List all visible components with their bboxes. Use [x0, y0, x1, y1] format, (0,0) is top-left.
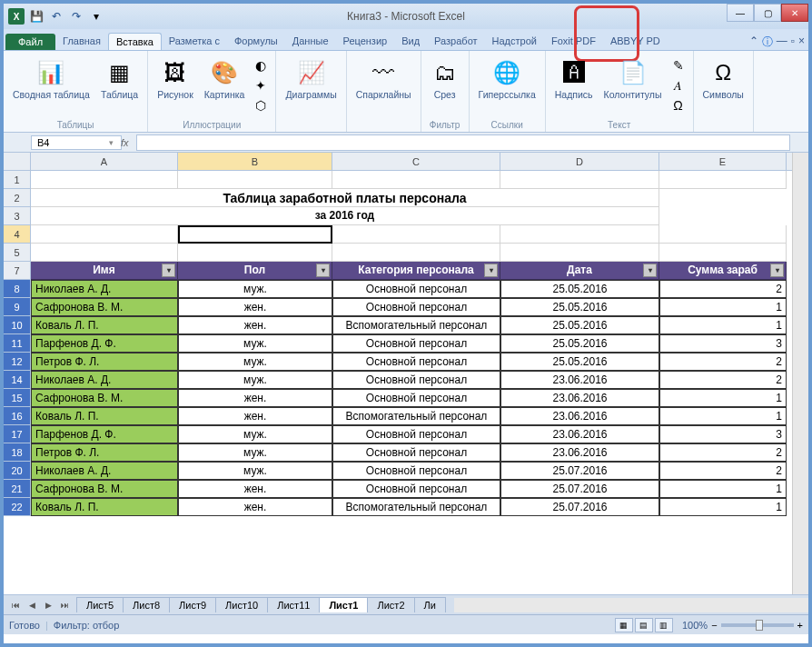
cell-date[interactable]: 23.06.2016	[500, 407, 659, 425]
cell-sex[interactable]: жен.	[178, 498, 332, 516]
fx-icon[interactable]: fx	[121, 137, 129, 148]
cell-date[interactable]: 23.06.2016	[500, 389, 659, 407]
tab-Рецензир[interactable]: Рецензир	[336, 33, 395, 50]
cell-name[interactable]: Николаев А. Д.	[31, 371, 178, 389]
zoom-label[interactable]: 100%	[682, 620, 708, 631]
col-header-E[interactable]: E	[659, 153, 787, 170]
cell-date[interactable]: 25.05.2016	[500, 316, 659, 334]
cell-cat[interactable]: Основной персонал	[332, 389, 500, 407]
cell-sum[interactable]: 1	[659, 316, 787, 334]
cell-sex[interactable]: муж.	[178, 371, 332, 389]
cell-date[interactable]: 25.07.2016	[500, 498, 659, 516]
tab-Вид[interactable]: Вид	[394, 33, 427, 50]
cell[interactable]	[31, 171, 178, 189]
cell-date[interactable]: 25.05.2016	[500, 298, 659, 316]
cell-date[interactable]: 23.06.2016	[500, 443, 659, 462]
cell[interactable]	[659, 244, 787, 262]
ribbon-small-btn[interactable]: ⬡	[252, 96, 270, 114]
cell-date[interactable]: 25.05.2016	[500, 353, 659, 371]
row-header-16[interactable]: 16	[4, 407, 31, 425]
doc-restore-icon[interactable]: ▫	[791, 35, 795, 50]
cell[interactable]	[500, 225, 659, 244]
sheet-tab-Лист1[interactable]: Лист1	[319, 597, 368, 612]
zoom-in-button[interactable]: +	[797, 620, 803, 631]
help-icon[interactable]: ⓘ	[762, 35, 773, 50]
maximize-button[interactable]: ▢	[754, 4, 781, 22]
cell-sum[interactable]: 2	[659, 353, 787, 371]
tab-Вставка[interactable]: Вставка	[108, 33, 162, 50]
undo-button[interactable]: ↶	[47, 7, 65, 25]
header-cell-0[interactable]: Имя▾	[31, 262, 178, 280]
cell[interactable]	[332, 244, 500, 262]
sheet-tab-Лист11[interactable]: Лист11	[267, 597, 320, 612]
ribbon-btn-Спарклайны[interactable]: 〰Спарклайны	[352, 56, 415, 102]
cell-cat[interactable]: Основной персонал	[332, 462, 500, 480]
close-button[interactable]: ✕	[781, 4, 808, 22]
header-cell-4[interactable]: Сумма зараб▾	[659, 262, 787, 280]
cell-sum[interactable]: 2	[659, 371, 787, 389]
cell[interactable]	[31, 244, 178, 262]
cell-sex[interactable]: муж.	[178, 462, 332, 480]
cell-sum[interactable]: 2	[659, 443, 787, 462]
sheet-tab-Лист8[interactable]: Лист8	[123, 597, 170, 612]
row-header-9[interactable]: 9	[4, 298, 31, 316]
vertical-scrollbar[interactable]	[792, 153, 808, 594]
ribbon-small-btn[interactable]: 𝐴	[669, 76, 688, 95]
cell-sex[interactable]: жен.	[178, 480, 332, 498]
cell-cat[interactable]: Основной персонал	[332, 425, 500, 443]
row-header-21[interactable]: 21	[4, 480, 31, 498]
cell-name[interactable]: Сафронова В. М.	[31, 389, 178, 407]
row-header-2[interactable]: 2	[4, 189, 31, 207]
cell-cat[interactable]: Основной персонал	[332, 443, 500, 462]
cell-name[interactable]: Петров Ф. Л.	[31, 443, 178, 462]
cell[interactable]	[332, 171, 500, 189]
zoom-slider[interactable]	[721, 623, 794, 627]
row-header-12[interactable]: 12	[4, 353, 31, 371]
col-header-A[interactable]: A	[31, 153, 178, 170]
name-box[interactable]: B4	[31, 135, 122, 150]
cell-name[interactable]: Сафронова В. М.	[31, 480, 178, 498]
tab-Разметка с[interactable]: Разметка с	[162, 33, 227, 50]
col-header-B[interactable]: B	[178, 153, 332, 170]
cell-sex[interactable]: жен.	[178, 407, 332, 425]
filter-dropdown-icon[interactable]: ▾	[643, 264, 657, 277]
doc-close-icon[interactable]: ×	[798, 35, 805, 50]
cell-date[interactable]: 25.07.2016	[500, 462, 659, 480]
row-header-20[interactable]: 20	[4, 462, 31, 480]
row-header-15[interactable]: 15	[4, 389, 31, 407]
ribbon-btn-Своднаятаблица[interactable]: 📊Сводная таблица	[9, 56, 94, 102]
cell-sex[interactable]: жен.	[178, 298, 332, 316]
tab-Foxit PDF[interactable]: Foxit PDF	[544, 33, 603, 50]
file-tab[interactable]: Файл	[5, 34, 55, 50]
horizontal-scrollbar[interactable]	[454, 598, 808, 612]
cell-name[interactable]: Петров Ф. Л.	[31, 353, 178, 371]
zoom-out-button[interactable]: −	[711, 620, 717, 631]
ribbon-small-btn[interactable]: ✦	[252, 76, 270, 95]
col-header-D[interactable]: D	[500, 153, 659, 170]
cell-sum[interactable]: 1	[659, 480, 787, 498]
header-cell-2[interactable]: Категория персонала▾	[332, 262, 500, 280]
cell-date[interactable]: 25.05.2016	[500, 280, 659, 298]
cell-sex[interactable]: муж.	[178, 425, 332, 443]
title-cell[interactable]: Таблица заработной платы персонала	[31, 189, 659, 207]
sheet-tab-Лист9[interactable]: Лист9	[169, 597, 216, 612]
cell-sum[interactable]: 1	[659, 407, 787, 425]
row-header-8[interactable]: 8	[4, 280, 31, 298]
filter-dropdown-icon[interactable]: ▾	[484, 264, 498, 277]
cell-sum[interactable]: 1	[659, 389, 787, 407]
page-layout-view-button[interactable]: ▤	[635, 618, 653, 632]
sheet-tab-Лист2[interactable]: Лист2	[367, 597, 414, 612]
cell-cat[interactable]: Основной персонал	[332, 280, 500, 298]
ribbon-btn-Срез[interactable]: 🗂Срез	[427, 56, 463, 102]
cell-sex[interactable]: муж.	[178, 280, 332, 298]
cell-name[interactable]: Парфенов Д. Ф.	[31, 425, 178, 443]
qat-dropdown[interactable]: ▾	[87, 7, 105, 25]
ribbon-btn-Таблица[interactable]: ▦Таблица	[97, 56, 142, 102]
filter-dropdown-icon[interactable]: ▾	[770, 264, 784, 277]
cell-sum[interactable]: 1	[659, 498, 787, 516]
cell[interactable]	[31, 225, 178, 244]
cell-sum[interactable]: 1	[659, 298, 787, 316]
sheet-tab-Лист5[interactable]: Лист5	[76, 597, 124, 612]
row-header-1[interactable]: 1	[4, 171, 31, 189]
excel-icon[interactable]: X	[7, 7, 25, 25]
